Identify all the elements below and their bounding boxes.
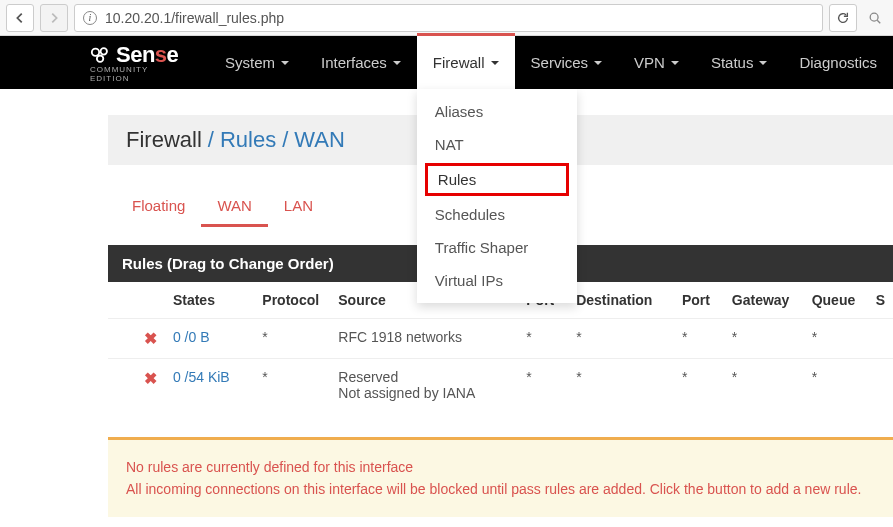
td-gateway: * [724, 359, 804, 412]
caret-icon [281, 61, 289, 65]
td-sport: * [518, 359, 568, 412]
url-text: 10.20.20.1/firewall_rules.php [105, 10, 814, 26]
nav-label: VPN [634, 54, 665, 71]
th-dest: Destination [568, 282, 674, 319]
th-dport: Port [674, 282, 724, 319]
nav-label: Status [711, 54, 754, 71]
dropdown-rules[interactable]: Rules [425, 163, 569, 196]
td-sched [868, 319, 893, 359]
alert-line2: All incoming connections on this interfa… [126, 478, 875, 500]
breadcrumb-sep: / [208, 127, 214, 153]
svg-point-3 [101, 48, 107, 54]
caret-icon [491, 61, 499, 65]
td-blank [108, 319, 136, 359]
td-queue: * [804, 319, 868, 359]
nav-status[interactable]: Status [695, 36, 784, 89]
svg-line-1 [877, 20, 880, 23]
table-row[interactable]: ✖ 0 /54 KiB * Reserved Not assigned by I… [108, 359, 893, 412]
td-dport: * [674, 319, 724, 359]
browser-toolbar: i 10.20.20.1/firewall_rules.php [0, 0, 893, 36]
caret-icon [759, 61, 767, 65]
td-dport: * [674, 359, 724, 412]
td-states[interactable]: 0 /0 B [165, 319, 254, 359]
dropdown-aliases[interactable]: Aliases [417, 95, 577, 128]
reload-button[interactable] [829, 4, 857, 32]
td-source: Reserved Not assigned by IANA [330, 359, 518, 412]
top-navbar: Sense COMMUNITY EDITION System Interface… [0, 36, 893, 89]
table-row[interactable]: ✖ 0 /0 B * RFC 1918 networks * * * * * [108, 319, 893, 359]
tab-floating[interactable]: Floating [116, 189, 201, 227]
breadcrumb-sep: / [282, 127, 288, 153]
source-line2: Not assigned by IANA [338, 385, 475, 401]
logo-icon [90, 46, 112, 64]
dropdown-traffic-shaper[interactable]: Traffic Shaper [417, 231, 577, 264]
nav-label: Diagnostics [799, 54, 877, 71]
nav-label: Interfaces [321, 54, 387, 71]
forward-button[interactable] [40, 4, 68, 32]
td-blank [108, 359, 136, 412]
th-queue: Queue [804, 282, 868, 319]
th-schedule: S [868, 282, 893, 319]
dropdown-virtual-ips[interactable]: Virtual IPs [417, 264, 577, 297]
caret-icon [671, 61, 679, 65]
nav-vpn[interactable]: VPN [618, 36, 695, 89]
th-blank1 [108, 282, 136, 319]
td-states[interactable]: 0 /54 KiB [165, 359, 254, 412]
nav-label: Services [531, 54, 589, 71]
nav-services[interactable]: Services [515, 36, 619, 89]
states-link[interactable]: 0 /0 B [173, 329, 210, 345]
td-queue: * [804, 359, 868, 412]
svg-point-0 [870, 13, 878, 21]
breadcrumb-rules[interactable]: Rules [220, 127, 276, 153]
td-action-icon: ✖ [136, 319, 165, 359]
block-icon: ✖ [144, 370, 157, 387]
nav-system[interactable]: System [209, 36, 305, 89]
td-source: RFC 1918 networks [330, 319, 518, 359]
caret-icon [393, 61, 401, 65]
th-blank2 [136, 282, 165, 319]
info-icon[interactable]: i [83, 11, 97, 25]
tab-wan[interactable]: WAN [201, 189, 267, 227]
dropdown-nat[interactable]: NAT [417, 128, 577, 161]
svg-point-4 [97, 55, 103, 61]
states-link[interactable]: 0 /54 KiB [173, 369, 230, 385]
td-sport: * [518, 319, 568, 359]
back-button[interactable] [6, 4, 34, 32]
nav-label: Firewall [433, 54, 485, 71]
svg-point-2 [92, 49, 99, 56]
logo-text-post: e [167, 42, 179, 67]
td-protocol: * [254, 319, 330, 359]
td-protocol: * [254, 359, 330, 412]
caret-icon [594, 61, 602, 65]
search-icon[interactable] [863, 4, 887, 32]
nav-interfaces[interactable]: Interfaces [305, 36, 417, 89]
td-action-icon: ✖ [136, 359, 165, 412]
no-rules-alert: No rules are currently defined for this … [108, 437, 893, 517]
logo[interactable]: Sense COMMUNITY EDITION [90, 36, 209, 89]
source-line1: Reserved [338, 369, 398, 385]
block-icon: ✖ [144, 330, 157, 347]
address-bar[interactable]: i 10.20.20.1/firewall_rules.php [74, 4, 823, 32]
breadcrumb-wan[interactable]: WAN [294, 127, 345, 153]
nav-diagnostics[interactable]: Diagnostics [783, 36, 893, 89]
th-states: States [165, 282, 254, 319]
th-protocol: Protocol [254, 282, 330, 319]
tab-lan[interactable]: LAN [268, 189, 329, 227]
logo-text-s: s [155, 42, 167, 67]
th-gateway: Gateway [724, 282, 804, 319]
alert-line1: No rules are currently defined for this … [126, 456, 875, 478]
td-gateway: * [724, 319, 804, 359]
breadcrumb-root: Firewall [126, 127, 202, 153]
nav-firewall[interactable]: Firewall Aliases NAT Rules Schedules Tra… [417, 36, 515, 89]
td-dest: * [568, 319, 674, 359]
nav-label: System [225, 54, 275, 71]
dropdown-schedules[interactable]: Schedules [417, 198, 577, 231]
logo-text-pre: Sen [116, 42, 155, 67]
firewall-dropdown: Aliases NAT Rules Schedules Traffic Shap… [417, 89, 577, 303]
td-dest: * [568, 359, 674, 412]
td-sched [868, 359, 893, 412]
